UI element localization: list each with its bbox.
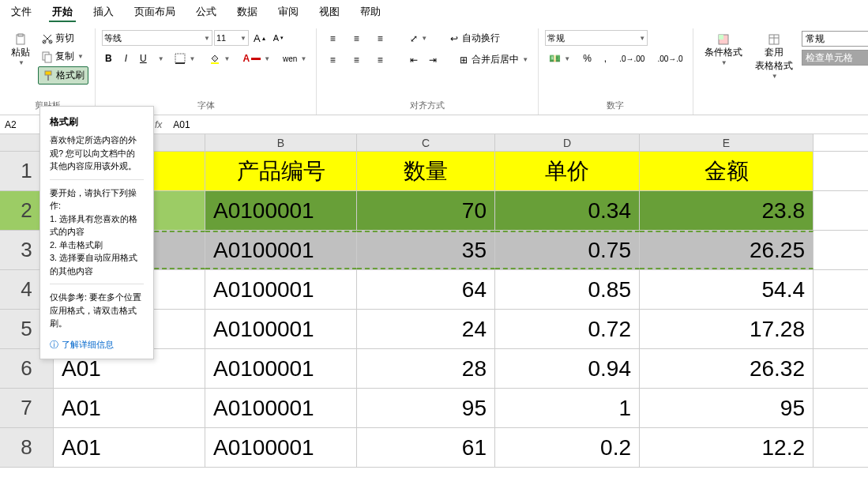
cell[interactable]: 26.25 bbox=[640, 231, 814, 269]
cell[interactable]: 17.28 bbox=[640, 310, 814, 348]
cell[interactable]: A0100001 bbox=[205, 428, 357, 467]
cell[interactable]: 0.94 bbox=[495, 349, 640, 388]
align-middle-button[interactable]: ≡ bbox=[347, 31, 366, 47]
font-color-button[interactable]: A▼ bbox=[239, 51, 273, 66]
increase-indent-button[interactable]: ⇥ bbox=[426, 53, 440, 67]
align-top-button[interactable]: ≡ bbox=[323, 31, 342, 47]
increase-decimal-button[interactable]: .0→.00 bbox=[616, 53, 648, 65]
merge-button[interactable]: ⊞合并后居中▼ bbox=[454, 51, 532, 68]
menu-item-3[interactable]: 页面布局 bbox=[131, 3, 178, 22]
row-header[interactable]: 7 bbox=[0, 389, 54, 427]
underline-button[interactable]: U bbox=[137, 51, 150, 66]
cell[interactable]: 23.8 bbox=[640, 191, 814, 230]
paste-button[interactable]: 粘贴 ▼ bbox=[6, 30, 35, 70]
cell[interactable]: A0100001 bbox=[205, 389, 357, 427]
brush-icon bbox=[42, 70, 54, 82]
cell[interactable]: A0100001 bbox=[205, 310, 357, 348]
row-header[interactable]: 8 bbox=[0, 428, 54, 467]
border-icon bbox=[174, 52, 186, 65]
cell[interactable]: 54.4 bbox=[640, 270, 814, 309]
menu-item-8[interactable]: 帮助 bbox=[357, 3, 384, 22]
cell[interactable]: 61 bbox=[357, 428, 495, 467]
number-format-combo[interactable]: 常规▼ bbox=[545, 30, 648, 46]
cell[interactable]: 0.2 bbox=[495, 428, 640, 467]
cell[interactable]: A0100001 bbox=[205, 349, 357, 388]
menu-item-4[interactable]: 公式 bbox=[193, 3, 220, 22]
cell[interactable]: 0.72 bbox=[495, 310, 640, 348]
cell[interactable]: 95 bbox=[357, 389, 495, 427]
menu-item-2[interactable]: 插入 bbox=[90, 3, 117, 22]
align-left-button[interactable]: ≡ bbox=[323, 52, 342, 68]
cell[interactable]: A0100001 bbox=[205, 270, 357, 309]
menu-item-7[interactable]: 视图 bbox=[316, 3, 343, 22]
orientation-button[interactable]: ⤢▼ bbox=[407, 32, 430, 46]
col-header-E[interactable]: E bbox=[640, 134, 814, 151]
cell[interactable]: 95 bbox=[640, 389, 814, 427]
comma-button[interactable]: , bbox=[601, 51, 610, 66]
cell[interactable]: 0.85 bbox=[495, 270, 640, 309]
cell[interactable]: 35 bbox=[357, 231, 495, 269]
align-middle-icon: ≡ bbox=[350, 32, 363, 45]
cell[interactable]: 64 bbox=[357, 270, 495, 309]
cell[interactable]: 金额 bbox=[640, 152, 814, 190]
accounting-button[interactable]: 💵▼ bbox=[545, 51, 573, 66]
copy-icon bbox=[41, 51, 54, 63]
align-right-button[interactable]: ≡ bbox=[370, 52, 389, 68]
col-header-D[interactable]: D bbox=[495, 134, 640, 151]
cell[interactable]: A01 bbox=[54, 428, 205, 467]
align-center-button[interactable]: ≡ bbox=[347, 52, 366, 68]
align-bottom-button[interactable]: ≡ bbox=[370, 31, 389, 47]
col-header-B[interactable]: B bbox=[205, 134, 357, 151]
fill-color-button[interactable]: ▼ bbox=[205, 51, 234, 66]
style-check[interactable]: 检查单元格 bbox=[802, 50, 868, 66]
cell[interactable]: 0.75 bbox=[495, 231, 640, 269]
merge-label: 合并后居中 bbox=[472, 53, 519, 66]
cell[interactable]: 数量 bbox=[357, 152, 495, 190]
font-name-input[interactable] bbox=[104, 33, 202, 43]
cut-button[interactable]: 剪切 bbox=[38, 30, 88, 47]
help-icon: ⓘ bbox=[50, 338, 58, 352]
table-format-button[interactable]: 套用 表格格式 ▼ bbox=[750, 30, 798, 83]
format-painter-button[interactable]: 格式刷 bbox=[38, 66, 88, 85]
cut-label: 剪切 bbox=[55, 32, 74, 45]
formula-input[interactable]: A01 bbox=[168, 118, 868, 132]
table-row: 7A01A010000195195 bbox=[0, 389, 868, 428]
scissors-icon bbox=[41, 32, 54, 45]
bold-button[interactable]: B bbox=[102, 51, 115, 66]
cell[interactable]: 产品编号 bbox=[205, 152, 357, 190]
wrap-icon: ↩ bbox=[448, 32, 460, 45]
style-normal[interactable]: 常规 bbox=[802, 31, 868, 47]
cell[interactable]: 0.34 bbox=[495, 191, 640, 230]
wrap-text-button[interactable]: ↩自动换行 bbox=[445, 30, 503, 47]
cell[interactable]: 1 bbox=[495, 389, 640, 427]
italic-button[interactable]: I bbox=[122, 51, 130, 66]
font-size-input[interactable] bbox=[216, 33, 239, 43]
menu-item-6[interactable]: 审阅 bbox=[275, 3, 302, 22]
conditional-format-button[interactable]: 条件格式 ▼ bbox=[700, 30, 747, 70]
decrease-decimal-button[interactable]: .00→.0 bbox=[654, 53, 686, 65]
increase-font-button[interactable]: A▴ bbox=[250, 31, 269, 46]
align-left-icon: ≡ bbox=[326, 54, 339, 66]
decrease-indent-button[interactable]: ⇤ bbox=[407, 53, 421, 67]
cell[interactable]: 28 bbox=[357, 349, 495, 388]
cell[interactable]: 12.2 bbox=[640, 428, 814, 467]
cell[interactable]: 26.32 bbox=[640, 349, 814, 388]
menu-item-5[interactable]: 数据 bbox=[234, 3, 261, 22]
cell[interactable]: 单价 bbox=[495, 152, 640, 190]
cell[interactable]: 24 bbox=[357, 310, 495, 348]
menu-item-0[interactable]: 文件 bbox=[8, 3, 35, 22]
menu-item-1[interactable]: 开始 bbox=[49, 3, 76, 22]
tooltip-learn-more-link[interactable]: ⓘ了解详细信息 bbox=[50, 338, 144, 352]
border-button[interactable]: ▼ bbox=[171, 51, 199, 66]
copy-button[interactable]: 复制▼ bbox=[38, 48, 88, 65]
cell[interactable]: A0100001 bbox=[205, 231, 357, 269]
font-size-combo[interactable]: ▼ bbox=[214, 30, 249, 46]
cell[interactable]: A0100001 bbox=[205, 191, 357, 230]
decrease-font-button[interactable]: A▾ bbox=[270, 32, 287, 44]
cell[interactable]: A01 bbox=[54, 389, 205, 427]
col-header-C[interactable]: C bbox=[357, 134, 495, 151]
cell[interactable]: 70 bbox=[357, 191, 495, 230]
percent-button[interactable]: % bbox=[580, 51, 595, 66]
font-name-combo[interactable]: ▼ bbox=[102, 30, 212, 46]
phonetic-button[interactable]: wen▼ bbox=[280, 53, 310, 65]
